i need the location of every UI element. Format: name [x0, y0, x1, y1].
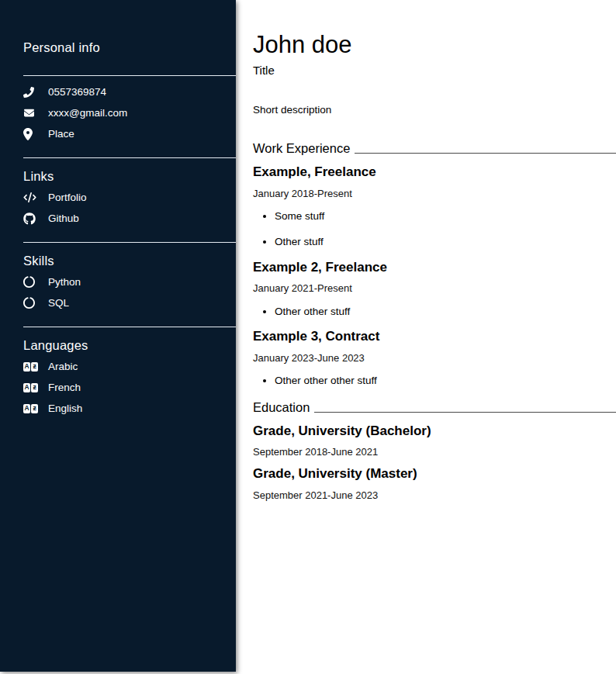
section-rule	[314, 412, 616, 413]
main-content: John doe Title Short description Work Ex…	[236, 0, 616, 674]
entry-bullets: Other other stuff	[253, 306, 616, 317]
email-address: xxxx@gmail.com	[48, 108, 127, 119]
entry-dates: September 2021-June 2023	[253, 490, 616, 501]
section-heading-work-experience: Work Experience	[253, 141, 616, 156]
sidebar-divider	[23, 157, 236, 158]
bullet-item: Other other other stuff	[275, 375, 616, 386]
language-item-english: English	[23, 398, 236, 419]
languages-list: Arabic French English	[23, 356, 236, 419]
language-label: English	[48, 403, 82, 414]
entry-title: Grade, University (Bachelor)	[253, 424, 616, 439]
resume-page: Personal info 0557369874 xxxx@gmail.com …	[0, 0, 616, 674]
language-label: French	[48, 382, 81, 393]
entry-title: Example, Freelance	[253, 165, 616, 180]
portfolio-link-label: Portfolio	[48, 192, 87, 203]
languages-heading: Languages	[23, 338, 236, 353]
place-value: Place	[48, 129, 74, 140]
links-heading: Links	[23, 169, 236, 184]
sidebar-divider	[23, 75, 236, 76]
github-icon	[23, 213, 48, 225]
skill-item-sql: SQL	[23, 292, 236, 313]
skill-item-python: Python	[23, 271, 236, 292]
language-label: Arabic	[48, 361, 78, 372]
sidebar-divider	[23, 242, 236, 243]
section-heading-label: Work Experience	[253, 141, 350, 156]
language-icon	[23, 362, 48, 372]
github-link-label: Github	[48, 213, 79, 224]
entry-dates: January 2023-June 2023	[253, 353, 616, 364]
links-list: Portfolio Github	[23, 187, 236, 229]
language-icon	[23, 404, 48, 413]
entry-title: Example 2, Freelance	[253, 261, 616, 275]
skill-label: SQL	[48, 298, 69, 309]
envelope-icon	[23, 108, 48, 118]
contact-item-email[interactable]: xxxx@gmail.com	[23, 102, 236, 123]
bullet-item: Other other stuff	[275, 306, 616, 317]
circle-notch-icon	[23, 276, 48, 288]
summary-text: Short description	[253, 105, 616, 116]
phone-icon	[23, 87, 48, 98]
bullet-item: Other stuff	[275, 237, 616, 247]
section-heading-education: Education	[253, 400, 616, 415]
entry-bullets: Some stuff Other stuff	[253, 211, 616, 247]
skills-list: Python SQL	[23, 271, 236, 313]
entry-title: Example 3, Contract	[253, 330, 616, 344]
code-icon	[23, 192, 48, 202]
job-title: Title	[253, 64, 616, 78]
page-title: John doe	[253, 33, 616, 58]
entry-dates: September 2018-June 2021	[253, 447, 616, 458]
entry-dates: January 2018-Present	[253, 188, 616, 199]
language-icon	[23, 383, 48, 392]
section-rule	[355, 153, 616, 154]
entry-title: Grade, University (Master)	[253, 467, 616, 482]
language-item-arabic: Arabic	[23, 356, 236, 377]
entry-bullets: Other other other stuff	[253, 375, 616, 386]
section-heading-label: Education	[253, 400, 310, 415]
contact-item-place: Place	[23, 123, 236, 144]
sidebar: Personal info 0557369874 xxxx@gmail.com …	[0, 0, 236, 672]
link-item-portfolio[interactable]: Portfolio	[23, 187, 236, 208]
circle-notch-icon	[23, 297, 48, 309]
link-item-github[interactable]: Github	[23, 208, 236, 229]
contact-item-phone: 0557369874	[23, 81, 236, 102]
bullet-item: Some stuff	[275, 211, 616, 222]
personal-info-heading: Personal info	[23, 40, 236, 55]
language-item-french: French	[23, 377, 236, 398]
location-pin-icon	[23, 128, 48, 140]
skills-heading: Skills	[23, 254, 236, 268]
skill-label: Python	[48, 277, 81, 288]
contact-list: 0557369874 xxxx@gmail.com Place	[23, 81, 236, 144]
phone-number: 0557369874	[48, 87, 106, 98]
sidebar-divider	[23, 327, 236, 327]
entry-dates: January 2021-Present	[253, 283, 616, 294]
